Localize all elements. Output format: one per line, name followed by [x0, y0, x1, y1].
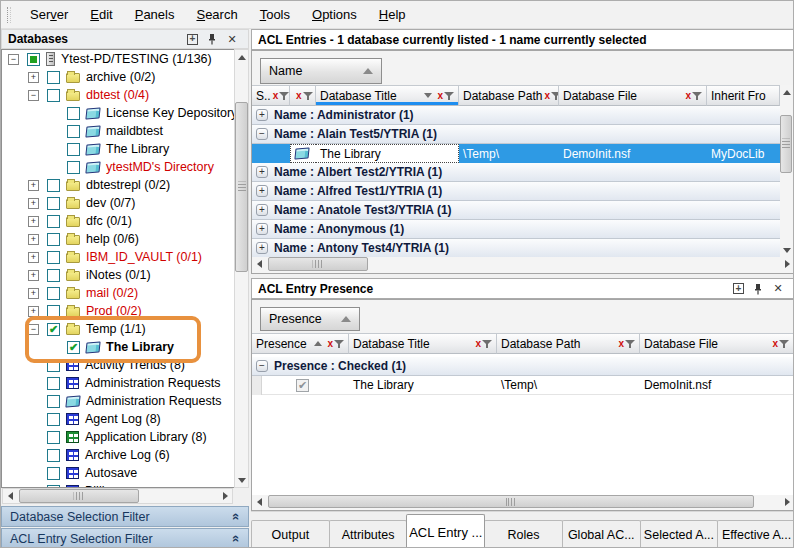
menu-item-edit[interactable]: Edit: [79, 3, 123, 26]
tab-attributes[interactable]: Attributes: [329, 520, 408, 548]
database-selection-filter-bar[interactable]: Database Selection Filter «: [1, 506, 249, 527]
tree-item[interactable]: +iNotes (0/1): [2, 266, 248, 284]
tree-checkbox[interactable]: [47, 323, 60, 336]
group-row[interactable]: +Name : Administrator (1): [252, 106, 780, 125]
scrollbar-thumb[interactable]: [780, 115, 792, 173]
group-by-name-button[interactable]: Name: [260, 58, 382, 84]
menu-item-search[interactable]: Search: [185, 3, 248, 26]
tree-item[interactable]: +mail (0/2): [2, 284, 248, 302]
collapse-icon[interactable]: −: [28, 324, 39, 335]
tree-checkbox[interactable]: [67, 143, 80, 156]
tree-checkbox[interactable]: [47, 197, 60, 210]
tree-item[interactable]: Administration Requests: [2, 392, 248, 410]
tree-item[interactable]: +dbtestrepl (0/2): [2, 176, 248, 194]
menu-item-panels[interactable]: Panels: [124, 3, 186, 26]
tree-checkbox[interactable]: [67, 341, 80, 354]
pin-icon[interactable]: [752, 283, 764, 295]
tree-checkbox[interactable]: [47, 377, 60, 390]
database-path-cell[interactable]: \Temp\: [459, 144, 559, 163]
database-file-cell[interactable]: DemoInit.nsf: [559, 144, 707, 163]
expand-icon[interactable]: +: [28, 234, 39, 245]
tree-item[interactable]: Application Library (8): [2, 428, 248, 446]
expand-icon[interactable]: +: [28, 72, 39, 83]
filter-icon[interactable]: x: [273, 91, 290, 101]
toolbar-grip[interactable]: [7, 7, 11, 23]
tree-vertical-scrollbar[interactable]: [234, 49, 249, 488]
group-row[interactable]: +Name : Antony Test4/YTRIA (1): [252, 239, 780, 257]
filter-icon[interactable]: x: [437, 91, 454, 101]
acl-entry-selection-filter-bar[interactable]: ACL Entry Selection Filter «: [1, 528, 249, 548]
row-icon-cell[interactable]: [290, 144, 316, 163]
tree-checkbox[interactable]: [27, 53, 40, 66]
filter-icon[interactable]: x: [544, 91, 559, 101]
scroll-left-button[interactable]: [252, 495, 266, 509]
tab-output[interactable]: Output: [251, 520, 330, 548]
scroll-right-button[interactable]: [218, 489, 232, 503]
tree-checkbox[interactable]: [47, 71, 60, 84]
tree-item[interactable]: License Key Depository: [2, 104, 248, 122]
tree-horizontal-scrollbar[interactable]: [2, 488, 233, 504]
filter-icon[interactable]: x: [327, 339, 344, 349]
menu-item-server[interactable]: Server: [19, 3, 79, 26]
filter-icon[interactable]: x: [475, 339, 492, 349]
tab-roles[interactable]: Roles: [484, 520, 563, 548]
group-by-presence-button[interactable]: Presence: [260, 307, 360, 331]
tree-item[interactable]: Archive Log (6): [2, 446, 248, 464]
tree-item[interactable]: Activity Trends (8): [2, 356, 248, 374]
tree-item[interactable]: Agent Log (8): [2, 410, 248, 428]
tree-checkbox[interactable]: [47, 269, 60, 282]
group-row[interactable]: −Name : Alain Test5/YTRIA (1): [252, 125, 780, 144]
tree-checkbox[interactable]: [47, 395, 60, 408]
expand-icon[interactable]: +: [256, 109, 268, 121]
tree-checkbox[interactable]: [47, 431, 60, 444]
scroll-up-button[interactable]: [780, 85, 794, 99]
tree-item[interactable]: Administration Requests: [2, 374, 248, 392]
tree-item[interactable]: ytestMD's Directory: [2, 158, 248, 176]
inherit-from-cell[interactable]: MyDocLib: [707, 144, 780, 163]
tree-checkbox[interactable]: [67, 107, 80, 120]
tree-item[interactable]: +help (0/6): [2, 230, 248, 248]
group-row[interactable]: +Name : Alfred Test1/YTRIA (1): [252, 182, 780, 201]
acl-column-header-inherit-fro[interactable]: Inherit Fro: [707, 85, 780, 106]
expand-icon[interactable]: +: [256, 242, 268, 254]
collapse-icon[interactable]: −: [28, 90, 39, 101]
scrollbar-thumb[interactable]: [19, 489, 139, 503]
tree-checkbox[interactable]: [67, 161, 80, 174]
acl-column-header-blank[interactable]: x: [290, 85, 316, 106]
tree-checkbox[interactable]: [47, 305, 60, 318]
tab-global-ac[interactable]: Global AC...: [562, 520, 641, 548]
menu-item-tools[interactable]: Tools: [249, 3, 301, 26]
group-row[interactable]: −Presence : Checked (1): [252, 357, 794, 376]
presence-column-header-database-path[interactable]: Database Pathx: [497, 333, 640, 354]
expand-icon[interactable]: +: [28, 198, 39, 209]
tree-item[interactable]: maildbtest: [2, 122, 248, 140]
close-panel-icon[interactable]: ✕: [226, 33, 238, 45]
scrollbar-thumb[interactable]: [268, 257, 368, 271]
tree-item[interactable]: +Prod (0/2): [2, 302, 248, 320]
tree-checkbox[interactable]: [47, 251, 60, 264]
tree-checkbox[interactable]: [47, 89, 60, 102]
expand-icon[interactable]: +: [28, 180, 39, 191]
tab-acl-entry[interactable]: ACL Entry ...: [406, 514, 485, 548]
presence-data-row[interactable]: The Library\Temp\DemoInit.nsf: [252, 376, 794, 395]
filter-icon[interactable]: x: [296, 91, 313, 101]
tree-item[interactable]: −Ytest-PD/TESTING (1/136): [2, 50, 248, 68]
tree-item[interactable]: Autosave: [2, 464, 248, 482]
maximize-panel-icon[interactable]: +: [187, 34, 198, 45]
expand-icon[interactable]: +: [28, 306, 39, 317]
grid-horizontal-scrollbar[interactable]: [252, 257, 794, 273]
filter-icon[interactable]: x: [772, 339, 789, 349]
filter-icon[interactable]: x: [685, 91, 702, 101]
menu-item-options[interactable]: Options: [301, 3, 368, 26]
presence-column-header-presence[interactable]: Presencex: [252, 333, 349, 354]
tree-item[interactable]: +dfc (0/1): [2, 212, 248, 230]
acl-column-header-database-file[interactable]: Database Filex: [559, 85, 707, 106]
tree-checkbox[interactable]: [47, 413, 60, 426]
expand-icon[interactable]: +: [28, 288, 39, 299]
tree-checkbox[interactable]: [47, 359, 60, 372]
column-dropdown-icon[interactable]: [424, 93, 432, 98]
acl-column-header-s-[interactable]: S..x: [252, 85, 290, 106]
scroll-right-button[interactable]: [780, 495, 794, 509]
group-row[interactable]: +Name : Anatole Test3/YTRIA (1): [252, 201, 780, 220]
scrollbar-thumb[interactable]: [235, 102, 248, 272]
